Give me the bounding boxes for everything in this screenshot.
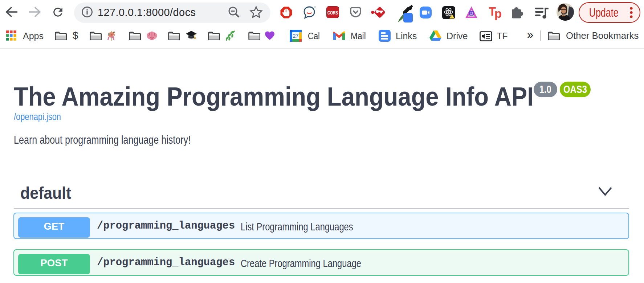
- svg-text:CORS: CORS: [327, 10, 338, 16]
- svg-text:27: 27: [293, 33, 298, 39]
- svg-text:p: p: [494, 7, 502, 20]
